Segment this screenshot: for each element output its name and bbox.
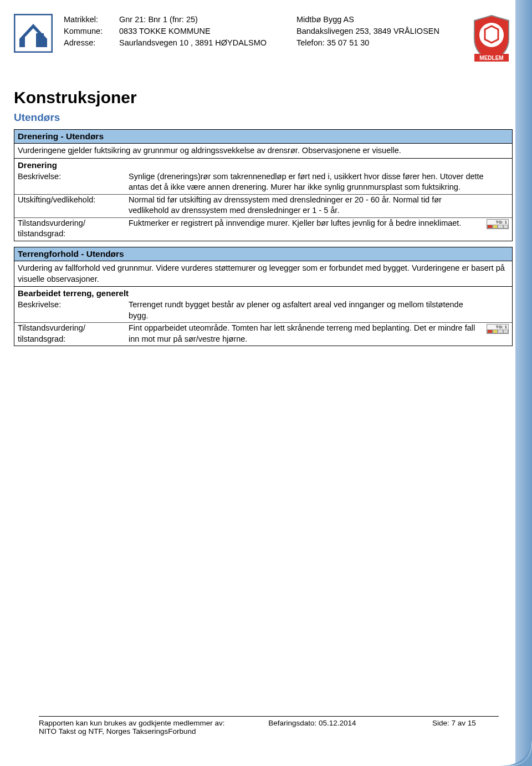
befaring-value: 05.12.2014 (319, 719, 356, 727)
tg-squares-icon (487, 225, 508, 229)
section-description: Vurdering av fallforhold ved grunnmur. V… (14, 261, 512, 287)
adresse-value: Saurlandsvegen 10 , 3891 HØYDALSMO (119, 37, 296, 49)
kv-value: Fuktmerker er registrert på innvendige m… (129, 218, 509, 229)
medlem-text: MEDLEM (479, 55, 503, 61)
kv-value: Normal tid før utskifting av drenssystem… (129, 195, 509, 216)
matrikkel-value: Gnr 21: Bnr 1 (fnr: 25) (119, 14, 296, 26)
tg-label: TG: 1 (487, 220, 508, 225)
kv-label: Utskifting/vedlikehold: (18, 195, 129, 206)
matrikkel-label: Matrikkel: (64, 14, 119, 26)
tg-badge: TG: 1 (487, 324, 509, 334)
page-subtitle: Utendørs (14, 111, 513, 124)
kv-value: Fint opparbeidet uteområde. Tomten har l… (129, 323, 509, 344)
section-header: Terrengforhold - Utendørs (14, 247, 512, 261)
company-name: Midtbø Bygg AS (296, 14, 466, 26)
section-header: Drenering - Utendørs (14, 130, 512, 144)
company-telephone: Telefon: 35 07 51 30 (296, 37, 466, 49)
page-number: Side: 7 av 15 (432, 719, 499, 735)
adresse-label: Adresse: (64, 37, 119, 49)
section-drenering: Drenering - Utendørs Vurderingene gjelde… (14, 129, 513, 241)
tg-label: TG: 1 (487, 324, 508, 329)
kv-value: Terrenget rundt bygget består av plener … (129, 300, 509, 321)
tg-badge: TG: 1 (487, 219, 509, 229)
tilstand-text: Fint opparbeidet uteområde. Tomten har l… (129, 323, 475, 343)
footer-line2: NITO Takst og NTF, Norges TakseringsForb… (39, 727, 268, 735)
company-address: Bandakslivegen 253, 3849 VRÅLIOSEN (296, 26, 466, 37)
svg-rect-3 (36, 33, 44, 47)
decorative-right-strip (515, 0, 532, 766)
medlem-badge-icon: MEDLEM (471, 14, 513, 66)
kv-row-beskrivelse: Beskrivelse: Terrenget rundt bygget best… (14, 300, 512, 323)
page-footer: Rapporten kan kun brukes av godkjente me… (39, 716, 499, 735)
subsection-title: Drenering (14, 159, 512, 171)
kv-row-tilstand: Tilstandsvurdering/ tilstandsgrad: Fint … (14, 323, 512, 346)
kommune-label: Kommune: (64, 26, 119, 37)
company-logo-icon (14, 14, 53, 53)
kv-label: Tilstandsvurdering/ tilstandsgrad: (18, 323, 129, 344)
page-title: Konstruksjoner (14, 88, 513, 107)
header-info-table: Matrikkel: Gnr 21: Bnr 1 (fnr: 25) Midtb… (64, 14, 466, 49)
section-terrengforhold: Terrengforhold - Utendørs Vurdering av f… (14, 247, 513, 346)
kv-label: Beskrivelse: (18, 171, 129, 182)
kv-value: Synlige (drenerings)rør som takrennenedl… (129, 171, 509, 193)
document-header: Matrikkel: Gnr 21: Bnr 1 (fnr: 25) Midtb… (14, 14, 513, 66)
tilstand-text: Fuktmerker er registrert på innvendige m… (129, 219, 461, 227)
kommune-value: 0833 TOKKE KOMMUNE (119, 26, 296, 37)
footer-line1: Rapporten kan kun brukes av godkjente me… (39, 719, 268, 727)
subsection-title: Bearbeidet terreng, generelt (14, 287, 512, 300)
kv-label: Tilstandsvurdering/ tilstandsgrad: (18, 218, 129, 240)
kv-row-utskifting: Utskifting/vedlikehold: Normal tid før u… (14, 195, 512, 218)
kv-row-tilstand: Tilstandsvurdering/ tilstandsgrad: Fuktm… (14, 218, 512, 241)
section-description: Vurderingene gjelder fuktsikring av grun… (14, 144, 512, 159)
kv-row-beskrivelse: Beskrivelse: Synlige (drenerings)rør som… (14, 171, 512, 195)
befaring-label: Befaringsdato: (268, 719, 316, 727)
kv-label: Beskrivelse: (18, 300, 129, 311)
tg-squares-icon (487, 329, 508, 333)
